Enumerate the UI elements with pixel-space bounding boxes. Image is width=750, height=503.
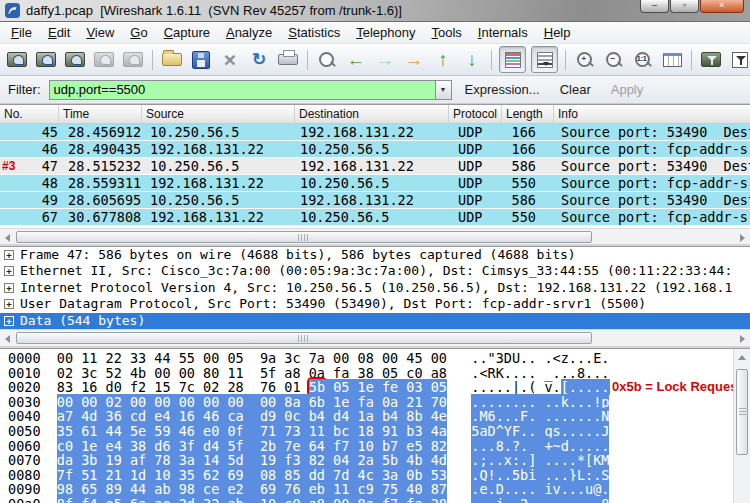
- resize-columns-icon[interactable]: [660, 48, 684, 72]
- column-header-length[interactable]: Length: [502, 105, 554, 124]
- expander-icon[interactable]: [4, 316, 14, 326]
- hex-ascii-gap: [447, 423, 471, 439]
- packet-list-hscrollbar[interactable]: [0, 228, 750, 244]
- column-header-info[interactable]: Info: [554, 105, 750, 124]
- go-forward-icon[interactable]: →: [373, 48, 397, 72]
- ascii-bytes: ...j.-2. .......8: [471, 496, 609, 503]
- go-to-top-icon[interactable]: ↑: [431, 48, 455, 72]
- packet-row-46[interactable]: 4628.490435192.168.131.2210.250.56.5UDP1…: [0, 141, 750, 158]
- details-hscrollbar[interactable]: [0, 329, 750, 346]
- menu-edit[interactable]: Edit: [40, 23, 78, 42]
- lock-request-byte: 5b: [309, 379, 325, 395]
- save-capture-icon[interactable]: [189, 48, 213, 72]
- minimize-button[interactable]: –: [640, 0, 669, 13]
- hex-row-0030[interactable]: 0030 00 00 02 00 00 00 00 00 00 8a 6b 1e…: [8, 395, 733, 410]
- maximize-button[interactable]: ▫: [670, 0, 699, 13]
- menu-telephony[interactable]: Telephony: [348, 23, 423, 42]
- menu-capture[interactable]: Capture: [156, 23, 218, 42]
- hex-row-0070[interactable]: 0070 da 3b 19 af 78 3a 14 5d 19 f3 82 04…: [8, 453, 733, 468]
- clear-button[interactable]: Clear: [553, 79, 598, 100]
- menu-statistics[interactable]: Statistics: [280, 23, 348, 42]
- scroll-right-arrow-icon[interactable]: [740, 234, 745, 242]
- cell-no: 67: [0, 209, 58, 225]
- wireshark-app-icon: [5, 3, 20, 18]
- capture-restart-icon[interactable]: [121, 48, 145, 72]
- filter-input[interactable]: udp.port==5500: [49, 80, 435, 100]
- capture-start-icon[interactable]: [63, 48, 87, 72]
- packet-row-45[interactable]: 4528.45691210.250.56.5192.168.131.22UDP1…: [0, 124, 750, 141]
- zoom-out-icon[interactable]: −: [602, 48, 626, 72]
- hex-row-0050[interactable]: 0050 35 61 44 5e 59 46 e0 0f 71 73 11 bc…: [8, 424, 733, 439]
- display-filter-icon[interactable]: [728, 48, 750, 72]
- packet-row-67[interactable]: 6730.677808192.168.131.2210.250.56.5UDP5…: [0, 209, 750, 226]
- hex-row-00a0[interactable]: 00a0 8f f4 e5 6a ae 2d 32 ab 10 c0 a8 00…: [8, 497, 733, 503]
- filter-dropdown-button[interactable]: ▼: [435, 80, 452, 100]
- column-header-protocol[interactable]: Protocol: [449, 105, 502, 124]
- hex-row-0080[interactable]: 0080 7f 51 21 1d 10 35 62 69 08 85 dd 7d…: [8, 468, 733, 483]
- close-capture-icon[interactable]: ×: [218, 48, 242, 72]
- column-header-destination[interactable]: Destination: [295, 105, 449, 124]
- hex-row-0000[interactable]: 0000 00 11 22 33 44 55 00 05 9a 3c 7a 00…: [8, 351, 733, 366]
- menu-file[interactable]: File: [3, 23, 40, 42]
- zoom-normal-icon[interactable]: 1:1: [631, 48, 655, 72]
- detail-row-1[interactable]: Ethernet II, Src: Cisco_3c:7a:00 (00:05:…: [0, 263, 750, 279]
- list-interfaces-icon[interactable]: [5, 48, 29, 72]
- detail-row-3[interactable]: User Datagram Protocol, Src Port: 53490 …: [0, 296, 750, 312]
- reload-icon[interactable]: ↻: [247, 48, 271, 72]
- capture-options-icon[interactable]: [34, 48, 58, 72]
- ascii-bytes: .."3DU.. .<z...E.: [471, 350, 609, 366]
- menu-go[interactable]: Go: [122, 23, 155, 42]
- capture-stop-icon[interactable]: [92, 48, 116, 72]
- column-header-no[interactable]: No.: [0, 105, 59, 124]
- hex-row-0040[interactable]: 0040 a7 4d 36 cd e4 16 46 ca d9 0c b4 d4…: [8, 409, 733, 424]
- expander-icon[interactable]: [4, 299, 14, 309]
- zoom-in-icon[interactable]: +: [573, 48, 597, 72]
- expander-icon[interactable]: [4, 250, 14, 260]
- bytes-vscrollbar[interactable]: [733, 349, 750, 503]
- hex-row-0010[interactable]: 0010 02 3c 52 4b 00 00 80 11 5f a8 0a fa…: [8, 366, 733, 381]
- expander-icon[interactable]: [4, 266, 14, 276]
- close-button[interactable]: ×: [700, 0, 744, 13]
- detail-row-0[interactable]: Frame 47: 586 bytes on wire (4688 bits),…: [0, 247, 750, 263]
- packet-row-47[interactable]: #34728.51523210.250.56.5192.168.131.22UD…: [0, 158, 750, 175]
- chevron-down-icon: ▼: [440, 86, 447, 93]
- cell-info: Source port: 53490 Dest: [561, 158, 750, 174]
- column-header-source[interactable]: Source: [142, 105, 295, 124]
- packet-row-49[interactable]: 4928.60569510.250.56.5192.168.131.22UDP5…: [0, 192, 750, 209]
- colorize-packets-toggle-icon[interactable]: [499, 46, 526, 73]
- expander-icon[interactable]: [4, 283, 14, 293]
- detail-row-2[interactable]: Internet Protocol Version 4, Src: 10.250…: [0, 280, 750, 296]
- hex-row-0060[interactable]: 0060 c0 1e e4 38 d6 3f d4 5f 2b 7e 64 f7…: [8, 439, 733, 454]
- open-capture-icon[interactable]: [160, 48, 184, 72]
- expression-button[interactable]: Expression...: [458, 79, 547, 100]
- go-to-bottom-icon[interactable]: ↓: [460, 48, 484, 72]
- auto-scroll-toggle-icon[interactable]: [531, 46, 558, 73]
- scrollbar-thumb[interactable]: [736, 369, 748, 455]
- scrollbar-thumb[interactable]: [16, 332, 592, 344]
- menu-help[interactable]: Help: [536, 23, 579, 42]
- hex-offset: 0030: [8, 394, 57, 410]
- menu-analyze[interactable]: Analyze: [218, 23, 280, 42]
- cell-info: Source port: fcp-addr-sr: [561, 209, 750, 225]
- hex-row-0090[interactable]: 0090 98 65 89 44 ab 98 ce e2 69 76 eb 11…: [8, 482, 733, 497]
- scroll-left-arrow-icon[interactable]: [5, 234, 10, 242]
- menu-view[interactable]: View: [78, 23, 122, 42]
- column-header-time[interactable]: Time: [59, 105, 142, 124]
- print-icon[interactable]: [276, 48, 300, 72]
- ascii-bytes: .;..x:.] ....*[KM: [471, 452, 609, 468]
- detail-row-4[interactable]: Data (544 bytes): [0, 313, 750, 329]
- scroll-up-arrow-icon[interactable]: [738, 355, 746, 360]
- menu-internals[interactable]: Internals: [470, 23, 536, 42]
- cell-info: Source port: 53490 Dest: [561, 124, 750, 140]
- scroll-left-arrow-icon[interactable]: [5, 335, 10, 343]
- go-to-packet-icon[interactable]: →: [402, 48, 426, 72]
- capture-filter-icon[interactable]: [699, 48, 723, 72]
- scroll-right-arrow-icon[interactable]: [740, 335, 745, 343]
- go-back-icon[interactable]: ←: [344, 48, 368, 72]
- scrollbar-thumb[interactable]: [16, 231, 592, 243]
- find-packet-icon[interactable]: [315, 48, 339, 72]
- hex-dump[interactable]: 0000 00 11 22 33 44 55 00 05 9a 3c 7a 00…: [0, 351, 733, 503]
- menu-tools[interactable]: Tools: [424, 23, 470, 42]
- ascii-bytes: ........ ..k...!p: [471, 394, 609, 410]
- packet-row-48[interactable]: 4828.559311192.168.131.2210.250.56.5UDP5…: [0, 175, 750, 192]
